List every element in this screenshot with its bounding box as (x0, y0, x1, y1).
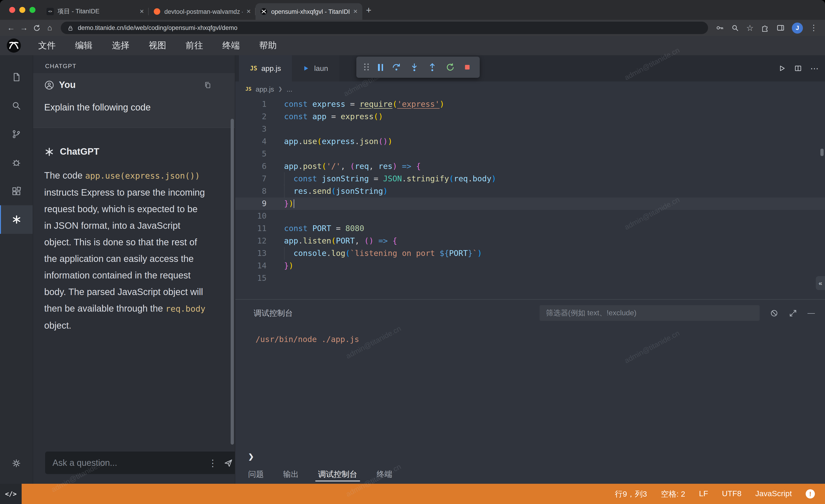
console-output-area[interactable]: /usr/bin/node ./app.js ❯ (235, 324, 825, 465)
browser-tab-3-active[interactable]: opensumi-xhxqfgvl - TitanIDE ✕ (255, 3, 362, 20)
browser-tab-1[interactable]: <> 项目 - TitanIDE ✕ (42, 3, 149, 20)
menu-selection[interactable]: 选择 (102, 39, 139, 52)
line-number[interactable]: 13 (235, 247, 267, 260)
maximize-window-button[interactable] (29, 7, 35, 13)
menu-help[interactable]: 帮助 (249, 39, 286, 52)
language-mode[interactable]: JavaScript (755, 489, 792, 498)
panel-tab-terminal[interactable]: 终端 (377, 465, 392, 484)
menu-view[interactable]: 视图 (139, 39, 176, 52)
breadcrumb-more[interactable]: ... (287, 85, 292, 93)
notification-icon[interactable]: ! (806, 489, 815, 498)
encoding-setting[interactable]: UTF8 (722, 489, 741, 498)
code-line[interactable]: 4app.use(express.json()) (235, 135, 825, 148)
profile-avatar[interactable]: J (792, 22, 803, 33)
more-actions-icon[interactable]: ⋯ (810, 63, 819, 73)
line-number[interactable]: 7 (235, 173, 267, 185)
code-line[interactable]: 2const app = express() (235, 110, 825, 123)
line-number[interactable]: 1 (235, 98, 267, 110)
line-number[interactable]: 11 (235, 222, 267, 235)
line-number[interactable]: 14 (235, 260, 267, 272)
code-line[interactable]: 8 res.send(jsonString) (235, 185, 825, 197)
line-number[interactable]: 12 (235, 235, 267, 247)
stop-icon[interactable] (463, 63, 472, 71)
zoom-icon[interactable] (731, 24, 739, 32)
clear-console-icon[interactable] (770, 309, 778, 317)
titanide-logo[interactable] (6, 38, 21, 53)
activity-search-icon[interactable] (0, 91, 33, 120)
site-info-icon[interactable] (67, 24, 74, 31)
code-line[interactable]: 3 (235, 123, 825, 135)
forward-icon[interactable]: → (17, 23, 30, 32)
panel-tab-problems[interactable]: 问题 (248, 465, 264, 484)
step-over-icon[interactable] (392, 63, 401, 72)
code-line[interactable]: 9}) (235, 197, 825, 210)
back-icon[interactable]: ← (5, 23, 17, 32)
activity-debug-icon[interactable] (0, 148, 33, 177)
close-window-button[interactable] (9, 7, 15, 13)
settings-gear-icon[interactable] (0, 449, 33, 477)
panel-tab-debug-console[interactable]: 调试控制台 (318, 465, 357, 484)
line-number[interactable]: 15 (235, 272, 267, 284)
browser-menu-icon[interactable]: ⋮ (810, 23, 818, 33)
repl-prompt-icon[interactable]: ❯ (248, 452, 254, 461)
code-editor[interactable]: 1const express = require('express')2cons… (235, 97, 825, 299)
pause-icon[interactable] (378, 64, 383, 71)
step-into-icon[interactable] (410, 63, 419, 72)
menu-edit[interactable]: 编辑 (65, 39, 102, 52)
chat-input-box[interactable]: ⋮ (45, 451, 239, 474)
code-line[interactable]: 14}) (235, 260, 825, 272)
expand-panel-icon[interactable] (789, 309, 798, 317)
bookmark-star-icon[interactable]: ☆ (746, 23, 754, 33)
code-line[interactable]: 12app.listen(PORT, () => { (235, 235, 825, 247)
code-line[interactable]: 11const PORT = 8080 (235, 222, 825, 235)
cursor-position[interactable]: 行9，列3 (615, 489, 647, 499)
code-line[interactable]: 6app.post('/', (req, res) => { (235, 160, 825, 173)
code-line[interactable]: 1const express = require('express') (235, 98, 825, 110)
line-number[interactable]: 6 (235, 160, 267, 173)
split-editor-icon[interactable] (794, 65, 802, 72)
reload-icon[interactable] (30, 24, 43, 32)
code-line[interactable]: 5 (235, 148, 825, 160)
line-number[interactable]: 3 (235, 123, 267, 135)
breadcrumb-file[interactable]: app.js (256, 85, 274, 93)
drag-handle-icon[interactable] (364, 64, 369, 71)
editor-scrollbar[interactable] (820, 149, 824, 156)
breadcrumb[interactable]: JS app.js ❯ ... (235, 81, 825, 97)
side-panel-icon[interactable] (776, 23, 785, 32)
restart-icon[interactable] (445, 63, 455, 72)
menu-terminal[interactable]: 终端 (213, 39, 249, 52)
code-line[interactable]: 13 console.log(`listening on port ${PORT… (235, 247, 825, 260)
code-tag-icon[interactable]: </> (0, 484, 22, 504)
console-filter-input[interactable] (545, 308, 754, 318)
code-line[interactable]: 15 (235, 272, 825, 284)
line-number[interactable]: 4 (235, 135, 267, 148)
new-tab-button[interactable]: + (366, 5, 371, 14)
line-number[interactable]: 2 (235, 110, 267, 123)
code-line[interactable]: 10 (235, 210, 825, 222)
password-key-icon[interactable] (716, 23, 724, 32)
minimize-window-button[interactable] (19, 7, 25, 13)
editor-tab-appjs[interactable]: JS app.js (239, 55, 292, 81)
step-out-icon[interactable] (428, 63, 437, 72)
minimize-panel-icon[interactable]: — (808, 309, 815, 317)
line-number[interactable]: 10 (235, 210, 267, 222)
sidebar-scrollbar[interactable] (231, 119, 234, 445)
browser-tab-2[interactable]: devtool-postman-walvamdz - ✕ (149, 3, 255, 20)
menu-goto[interactable]: 前往 (176, 39, 213, 52)
send-icon[interactable] (224, 458, 233, 468)
menu-file[interactable]: 文件 (28, 39, 65, 52)
address-bar[interactable]: demo.titanide.cn/ide/web/coding/opensumi… (61, 22, 708, 34)
activity-source-control-icon[interactable] (0, 120, 33, 148)
line-number[interactable]: 5 (235, 148, 267, 160)
code-line[interactable]: 7 const jsonString = JSON.stringify(req.… (235, 173, 825, 185)
chat-options-icon[interactable]: ⋮ (208, 457, 217, 468)
indent-setting[interactable]: 空格: 2 (661, 489, 685, 499)
home-icon[interactable]: ⌂ (43, 23, 56, 32)
editor-tab-launch[interactable]: laun (292, 55, 339, 81)
activity-chatgpt-icon[interactable] (0, 205, 33, 234)
eol-setting[interactable]: LF (699, 489, 708, 498)
console-filter-box[interactable] (540, 305, 760, 321)
activity-extensions-icon[interactable] (0, 177, 33, 205)
copy-icon[interactable] (204, 81, 212, 89)
run-icon[interactable] (778, 65, 786, 72)
